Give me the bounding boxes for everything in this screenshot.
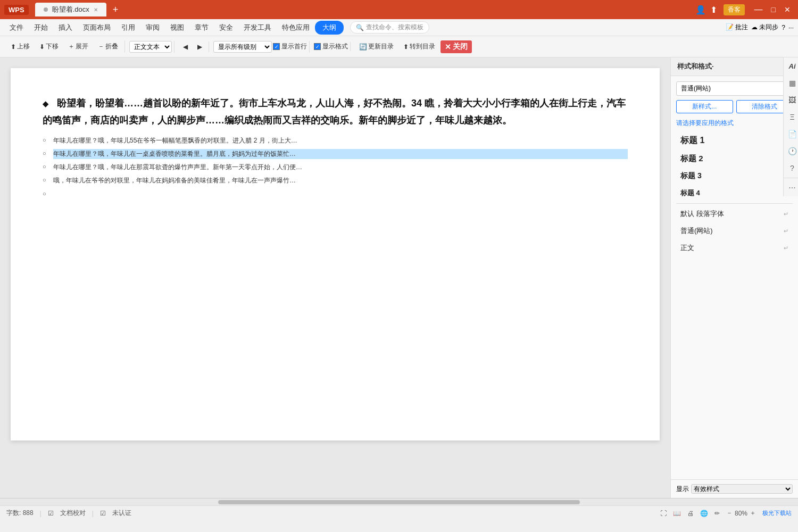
menu-dev[interactable]: 开发工具 — [238, 21, 277, 35]
style-heading4-label: 标题 4 — [680, 188, 700, 198]
goto-toc-icon: ⬆ — [403, 43, 409, 51]
title-bar: WPS 盼望着.docx ✕ + 👤 ⬆ 香客 — □ ✕ — [0, 0, 798, 19]
help-side-icon[interactable]: ? — [784, 160, 798, 177]
writer-mode-icon[interactable]: ✏ — [714, 510, 720, 517]
show-label: 显示 — [676, 485, 689, 494]
more-side-icon[interactable]: ··· — [784, 179, 798, 196]
right-panel: 样式和格式· ✕ 普通(网站) ▾ 新样式... 清除格式 请选择要应用的格式 … — [670, 57, 798, 498]
update-toc-icon: 🔄 — [359, 43, 367, 51]
search-icon: 🔍 — [356, 24, 364, 31]
show-format-check[interactable]: ✓ 显示格式 — [314, 42, 348, 51]
style-heading3[interactable]: 标题 3 ↵ — [676, 168, 793, 184]
show-firstline-check[interactable]: ✓ 显示首行 — [273, 42, 307, 51]
cert-status: 未认证 — [112, 509, 131, 518]
demote-button[interactable]: ▶ — [193, 41, 206, 52]
main-area: ◆ 盼望着，盼望着……趟首以盼的新年近了。街市上车水马龙，人山人海，好不热闹。3… — [0, 57, 798, 498]
menu-file[interactable]: 文件 — [4, 21, 29, 35]
menu-start[interactable]: 开始 — [29, 21, 53, 35]
search-area[interactable]: 🔍 查找命令、搜索模板 — [350, 21, 429, 34]
bullet-1-icon: ○ — [43, 149, 53, 156]
close-label: 关闭 — [453, 42, 468, 52]
window-controls: — □ ✕ — [751, 5, 794, 14]
user-badge[interactable]: 香客 — [724, 4, 745, 15]
divider2: | — [92, 510, 94, 517]
zoom-control[interactable]: － 80% ＋ — [726, 509, 756, 518]
scroll-thumb[interactable] — [218, 500, 580, 504]
current-style-dropdown[interactable]: 普通(网站) ▾ — [676, 81, 793, 96]
title-icons: 👤 ⬆ — [695, 5, 717, 15]
style-select[interactable]: 正文文本 — [129, 41, 172, 53]
document-page: ◆ 盼望着，盼望着……趟首以盼的新年近了。街市上车水马龙，人山人海，好不热闹。3… — [11, 68, 660, 440]
maximize-button[interactable]: □ — [768, 5, 779, 14]
style-heading4[interactable]: 标题 4 ↵ — [676, 185, 793, 201]
show-level-select[interactable]: 显示所有级别 — [213, 41, 272, 53]
watermark: 极光下载站 — [762, 509, 792, 517]
title-right-area: 👤 ⬆ 香客 — □ ✕ — [695, 4, 794, 15]
minimize-button[interactable]: — — [751, 5, 766, 14]
web-mode-icon[interactable]: 🌐 — [700, 510, 708, 517]
body-enter-icon: ↵ — [784, 245, 788, 252]
table-icon[interactable]: ▦ — [784, 74, 798, 92]
right-panel-header: 样式和格式· ✕ — [671, 57, 798, 76]
promote-button[interactable]: ◀ — [179, 41, 192, 52]
document-tab[interactable]: 盼望着.docx ✕ — [35, 3, 106, 16]
update-toc-button[interactable]: 🔄 更新目录 — [355, 40, 398, 53]
new-style-button[interactable]: 新样式... — [676, 100, 733, 113]
zoom-out-btn[interactable]: － — [726, 509, 733, 518]
tab-close-icon[interactable]: ✕ — [94, 7, 98, 13]
image-icon[interactable]: 🖼 — [784, 92, 798, 109]
down-label: 下移 — [46, 42, 59, 51]
menu-special[interactable]: 特色应用 — [277, 21, 315, 35]
close-button[interactable]: ✕ — [781, 5, 794, 14]
read-mode-icon[interactable]: 📖 — [673, 510, 681, 517]
style-normal-web-label: 普通(网站) — [680, 226, 713, 236]
bullet-0-text: 年味儿在哪里？哦，年味儿55在爷爷一幅幅笔墨飘香的对联里。进入腊 2 月，街上大… — [53, 136, 628, 146]
down-icon: ⬇ — [39, 43, 45, 51]
page-expand-icon[interactable]: ⛶ — [660, 510, 667, 517]
menu-insert[interactable]: 插入 — [53, 21, 78, 35]
menu-chapter[interactable]: 章节 — [189, 21, 214, 35]
menu-view[interactable]: 视图 — [165, 21, 189, 35]
down-button[interactable]: ⬇ 下移 — [35, 40, 63, 53]
style-heading2[interactable]: 标题 2 ↵ — [676, 151, 793, 167]
up-button[interactable]: ⬆ 上移 — [6, 40, 34, 53]
status-right: ⛶ 📖 🖨 🌐 ✏ － 80% ＋ 极光下载站 — [660, 509, 792, 518]
bullet-2-icon: ○ — [43, 162, 53, 170]
add-tab-button[interactable]: + — [109, 4, 123, 15]
close-outline-button[interactable]: ✕ 关闭 — [440, 40, 472, 53]
sync-btn[interactable]: ☁ 未同步 — [751, 23, 778, 32]
style-normal-web[interactable]: 普通(网站) ↵ — [676, 223, 793, 239]
bullet-0-icon: ○ — [43, 136, 53, 143]
ai-icon[interactable]: Ai — [784, 57, 798, 74]
style-heading1[interactable]: 标题 1 ↵ — [676, 132, 793, 149]
zoom-in-btn[interactable]: ＋ — [750, 509, 756, 518]
help-btn[interactable]: ? — [782, 24, 785, 31]
collapse-label: 折叠 — [105, 42, 118, 51]
print-mode-icon[interactable]: 🖨 — [687, 510, 694, 517]
style-divider — [676, 203, 793, 204]
style-body[interactable]: 正文 ↵ — [676, 240, 793, 256]
goto-toc-button[interactable]: ⬆ 转到目录 — [399, 40, 439, 53]
menu-review[interactable]: 审阅 — [140, 21, 165, 35]
document-area[interactable]: ◆ 盼望着，盼望着……趟首以盼的新年近了。街市上车水马龙，人山人海，好不热闹。3… — [0, 57, 670, 498]
horizontal-scrollbar[interactable] — [0, 498, 798, 505]
menu-right: 📝 批注 ☁ 未同步 ? ··· — [726, 23, 794, 32]
show-style-select[interactable]: 有效样式 — [691, 484, 793, 494]
page-icon[interactable]: 📄 — [784, 126, 798, 143]
menu-reference[interactable]: 引用 — [116, 21, 140, 35]
clock-icon[interactable]: 🕐 — [784, 143, 798, 160]
comment-btn[interactable]: 📝 批注 — [726, 23, 748, 32]
update-toc-label: 更新目录 — [368, 42, 394, 51]
collapse-button[interactable]: － 折叠 — [94, 40, 122, 53]
more-btn[interactable]: ··· — [788, 24, 794, 31]
wps-logo: WPS — [4, 5, 29, 15]
menu-layout[interactable]: 页面布局 — [78, 21, 116, 35]
style-default-para[interactable]: 默认 段落字体 ↵ — [676, 206, 793, 222]
menu-outline[interactable]: 大纲 — [315, 21, 344, 35]
right-panel-content: 普通(网站) ▾ 新样式... 清除格式 请选择要应用的格式 标题 1 ↵ 标题… — [671, 76, 798, 479]
expand-button[interactable]: ＋ 展开 — [64, 40, 93, 53]
menu-security[interactable]: 安全 — [214, 21, 238, 35]
format-icon[interactable]: Ξ — [784, 109, 798, 126]
zoom-percent: 80% — [735, 510, 747, 517]
bullet-item-3: ○ 哦，年味儿在爷爷的对联里，年味儿在妈妈准备的美味佳肴里，年味儿在一声声爆竹… — [43, 176, 628, 186]
